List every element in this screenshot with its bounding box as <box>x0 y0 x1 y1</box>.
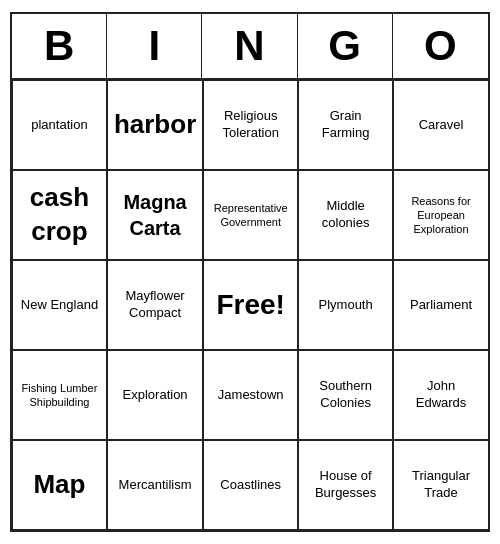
bingo-cell-2-1[interactable]: Mayflower Compact <box>107 260 203 350</box>
bingo-cell-4-1[interactable]: Mercantilism <box>107 440 203 530</box>
bingo-cell-2-0[interactable]: New England <box>12 260 107 350</box>
bingo-cell-3-4[interactable]: John Edwards <box>393 350 488 440</box>
bingo-header: BINGO <box>12 14 488 80</box>
bingo-card: BINGO plantationharborReligious Tolerati… <box>10 12 490 532</box>
bingo-grid: plantationharborReligious TolerationGrai… <box>12 80 488 530</box>
bingo-cell-0-0[interactable]: plantation <box>12 80 107 170</box>
bingo-cell-0-4[interactable]: Caravel <box>393 80 488 170</box>
bingo-cell-3-3[interactable]: Southern Colonies <box>298 350 393 440</box>
bingo-cell-0-3[interactable]: Grain Farming <box>298 80 393 170</box>
bingo-cell-4-2[interactable]: Coastlines <box>203 440 298 530</box>
bingo-cell-2-4[interactable]: Parliament <box>393 260 488 350</box>
header-letter-n: N <box>202 14 297 78</box>
bingo-cell-1-0[interactable]: cash crop <box>12 170 107 260</box>
bingo-cell-3-2[interactable]: Jamestown <box>203 350 298 440</box>
header-letter-b: B <box>12 14 107 78</box>
bingo-cell-4-0[interactable]: Map <box>12 440 107 530</box>
bingo-cell-3-0[interactable]: Fishing Lumber Shipbuilding <box>12 350 107 440</box>
bingo-cell-0-2[interactable]: Religious Toleration <box>203 80 298 170</box>
bingo-cell-1-1[interactable]: Magna Carta <box>107 170 203 260</box>
header-letter-i: I <box>107 14 202 78</box>
bingo-cell-0-1[interactable]: harbor <box>107 80 203 170</box>
bingo-cell-2-2[interactable]: Free! <box>203 260 298 350</box>
header-letter-g: G <box>298 14 393 78</box>
bingo-cell-4-3[interactable]: House of Burgesses <box>298 440 393 530</box>
bingo-cell-4-4[interactable]: Triangular Trade <box>393 440 488 530</box>
bingo-cell-1-2[interactable]: Representative Government <box>203 170 298 260</box>
header-letter-o: O <box>393 14 488 78</box>
bingo-cell-3-1[interactable]: Exploration <box>107 350 203 440</box>
bingo-cell-2-3[interactable]: Plymouth <box>298 260 393 350</box>
bingo-cell-1-3[interactable]: Middle colonies <box>298 170 393 260</box>
bingo-cell-1-4[interactable]: Reasons for European Exploration <box>393 170 488 260</box>
